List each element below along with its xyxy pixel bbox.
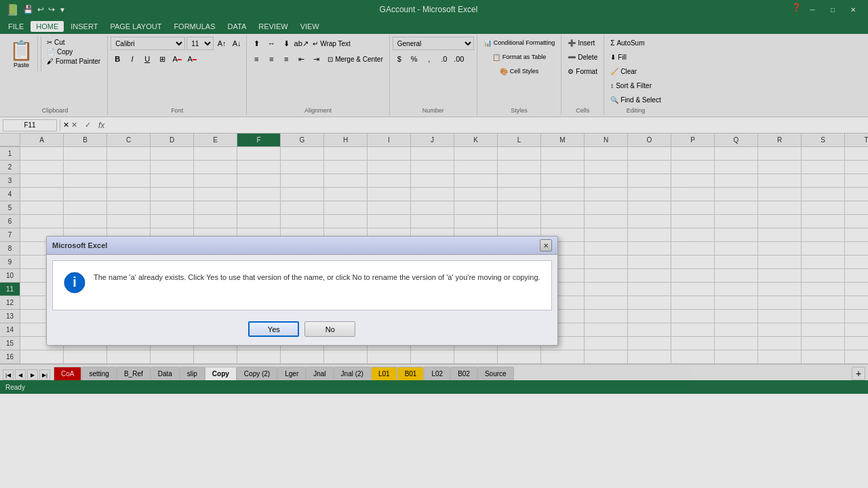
dialog-info-icon: i xyxy=(64,272,85,299)
dialog-buttons: Yes No xyxy=(47,316,557,345)
dialog-overlay: Microsoft Excel ✕ i The name 'a' already… xyxy=(0,0,868,488)
svg-text:i: i xyxy=(73,274,77,289)
dialog-message: The name 'a' already exists. Click Yes t… xyxy=(94,272,540,283)
dialog-no-button[interactable]: No xyxy=(304,321,355,337)
dialog-yes-button[interactable]: Yes xyxy=(248,321,299,337)
dialog-title: Microsoft Excel xyxy=(52,241,107,249)
dialog-close-button[interactable]: ✕ xyxy=(540,239,552,251)
dialog: Microsoft Excel ✕ i The name 'a' already… xyxy=(46,236,558,346)
dialog-titlebar: Microsoft Excel ✕ xyxy=(47,237,557,255)
dialog-body: i The name 'a' already exists. Click Yes… xyxy=(52,260,552,310)
